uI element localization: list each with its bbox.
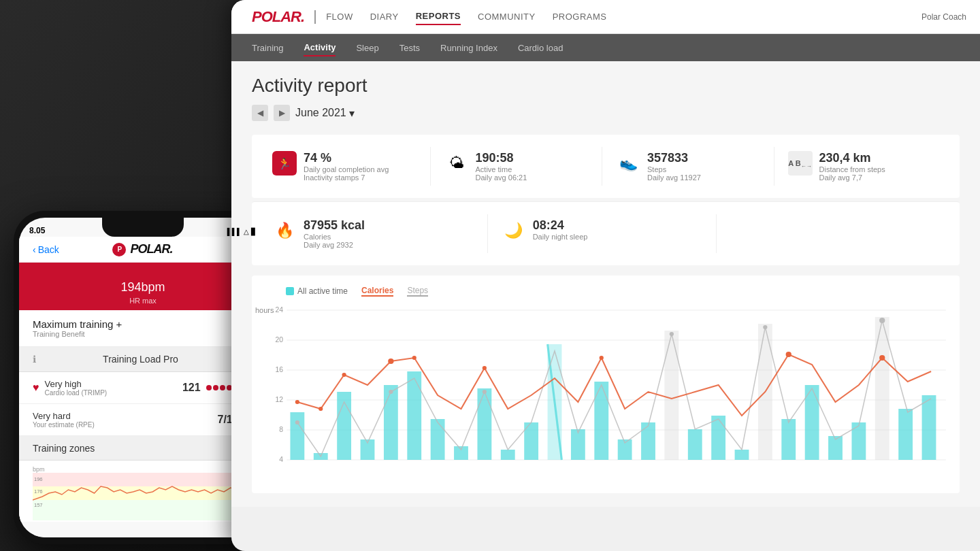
stat-calories-label: Calories [304, 233, 365, 241]
svg-point-56 [600, 356, 604, 360]
polar-logo-icon: P [112, 243, 126, 256]
phone-cardio-value: 121 [182, 382, 201, 394]
stat-goal-sub: Inactivity stamps 7 [304, 173, 389, 182]
svg-point-64 [879, 318, 885, 323]
svg-rect-29 [477, 388, 491, 460]
stat-active-time: 🌤 190:58 Active time Daily avg 06:21 [438, 147, 603, 186]
date-prev-button[interactable]: ◀ [252, 105, 268, 121]
svg-text:157: 157 [34, 502, 43, 508]
heart-icon: ♥ [33, 382, 39, 394]
legend-active-time-label: All active time [297, 286, 348, 296]
nav-item-community[interactable]: COMMUNITY [478, 9, 536, 24]
phone-rpe-row: Very hard Your estimate (RPE) 7/10 ··· [19, 404, 267, 436]
sub-nav-training[interactable]: Training [252, 40, 283, 56]
stat-distance-sub: Daily avg 7,7 [819, 173, 885, 182]
phone-mini-chart: bpm % 196 176 157 100 [19, 461, 267, 522]
date-label[interactable]: June 2021 ▾ [295, 107, 355, 120]
sub-nav: Training Activity Sleep Tests Running In… [231, 34, 980, 61]
stats-container: 🏃 74 % Daily goal completion avg Inactiv… [252, 135, 960, 198]
stat-sleep: 🌙 08:24 Daily night sleep [495, 214, 717, 253]
dot-2 [213, 385, 218, 390]
svg-point-54 [412, 356, 416, 360]
phone-hr-section: 194bpm HR max [19, 263, 267, 310]
svg-text:16: 16 [275, 366, 283, 373]
nav-item-diary[interactable]: DIARY [370, 9, 399, 24]
steps-icon: 👟 [616, 151, 640, 176]
stat-active-sub: Daily avg 06:21 [476, 173, 527, 182]
stat-distance: A B ←→ 230,4 km Distance from steps Dail… [781, 147, 947, 186]
chart-svg-container: 24 20 16 12 8 4 [265, 303, 946, 480]
sub-nav-running-index[interactable]: Running Index [440, 40, 497, 56]
stat-steps: 👟 357833 Steps Daily avg 11927 [609, 147, 774, 186]
back-label: Back [38, 244, 59, 255]
nav-item-flow[interactable]: FLOW [326, 9, 353, 24]
svg-point-55 [483, 366, 487, 370]
tablet-screen: POLAR. FLOW DIARY REPORTS COMMUNITY PROG… [231, 0, 980, 551]
polar-coach-label: Polar Coach [921, 12, 966, 22]
phone-back-button[interactable]: ‹ Back [33, 244, 59, 255]
svg-text:12: 12 [275, 396, 283, 403]
phone-header: ‹ Back P POLAR. [19, 237, 267, 263]
phone-training-load-section: ℹ Training Load Pro ⊟ [19, 347, 267, 372]
stat-active-value: 190:58 [476, 151, 527, 165]
legend-steps[interactable]: Steps [407, 286, 428, 297]
info-icon[interactable]: ℹ [33, 354, 36, 365]
goal-icon: 🏃 [272, 151, 297, 176]
nav-item-programs[interactable]: PROGRAMS [553, 9, 607, 24]
phone-training-benefit[interactable]: Maximum training + Training Benefit › [19, 310, 267, 347]
signal-icon: ▌▌▌ [227, 228, 242, 235]
legend-steps-label: Steps [407, 286, 428, 295]
phone-hr-value: 194bpm [33, 271, 253, 295]
legend-active-time[interactable]: All active time [286, 286, 348, 296]
svg-rect-26 [407, 371, 421, 460]
stat-calories-sub: Daily avg 2932 [304, 241, 365, 249]
phone-notch [102, 218, 184, 237]
svg-rect-37 [641, 422, 655, 460]
dot-1 [206, 385, 212, 390]
stat-goal-completion: 🏃 74 % Daily goal completion avg Inactiv… [265, 147, 431, 186]
phone-time: 8.05 [29, 226, 45, 235]
sub-nav-tests[interactable]: Tests [399, 40, 420, 56]
svg-point-60 [389, 390, 393, 394]
svg-rect-0 [33, 473, 253, 486]
date-dropdown-icon: ▾ [349, 107, 355, 120]
stat-active-label: Active time [476, 165, 527, 173]
phone-cardio-label: Very high [45, 379, 108, 389]
chart-container: hours All active time Calories Steps [252, 276, 960, 493]
legend-calories-label: Calories [361, 286, 393, 295]
polar-logo-text: POLAR. [130, 242, 172, 256]
sub-nav-activity[interactable]: Activity [304, 39, 336, 56]
phone-status-icons: ▌▌▌ △ ▊ [227, 228, 257, 235]
legend-calories[interactable]: Calories [361, 286, 393, 297]
stat-placeholder [723, 214, 946, 253]
phone-content: ‹ Back P POLAR. 194bpm HR max Maxim [19, 237, 267, 537]
logo-divider [314, 10, 316, 24]
date-next-button[interactable]: ▶ [274, 105, 290, 121]
battery-icon: ▊ [251, 228, 257, 235]
stat-sleep-value: 08:24 [533, 218, 588, 233]
stat-sleep-label: Daily night sleep [533, 233, 588, 241]
svg-rect-48 [898, 409, 913, 460]
phone-zones-title: Training zones [33, 443, 95, 454]
stat-goal-label: Daily goal completion avg [304, 165, 389, 173]
stat-steps-label: Steps [647, 165, 701, 173]
calories-icon: 🔥 [272, 218, 297, 243]
svg-rect-49 [922, 395, 936, 460]
nav-item-reports[interactable]: REPORTS [416, 8, 461, 25]
legend-dot-cyan [286, 287, 294, 295]
back-chevron-icon: ‹ [33, 244, 36, 255]
wifi-icon: △ [244, 228, 249, 235]
stat-calories: 🔥 87955 kcal Calories Daily avg 2932 [265, 214, 488, 253]
svg-point-62 [670, 332, 674, 336]
svg-rect-25 [384, 385, 398, 460]
svg-point-58 [879, 355, 885, 361]
stat-distance-value: 230,4 km [819, 151, 885, 165]
svg-rect-1 [33, 486, 253, 500]
current-date: June 2021 [295, 107, 346, 119]
stat-steps-value: 357833 [647, 151, 701, 165]
phone-hr-chart-svg: 196 176 157 100 90 80 [33, 473, 253, 520]
sub-nav-cardio-load[interactable]: Cardio load [518, 40, 564, 56]
sub-nav-sleep[interactable]: Sleep [356, 40, 378, 56]
svg-rect-27 [431, 419, 445, 460]
phone-rpe-sublabel: Your estimate (RPE) [33, 421, 95, 429]
